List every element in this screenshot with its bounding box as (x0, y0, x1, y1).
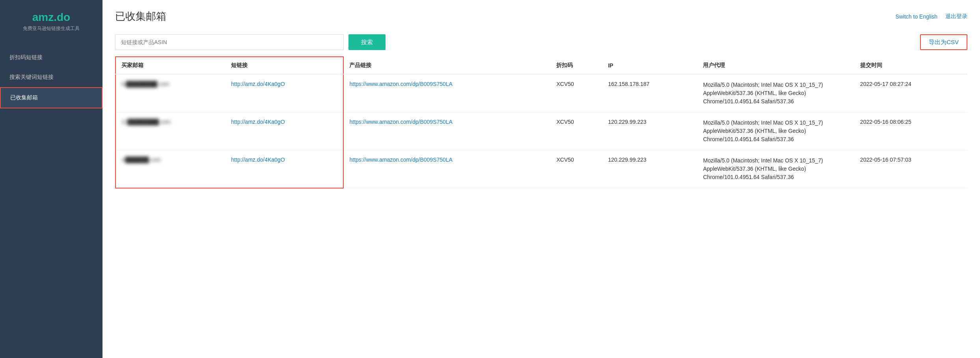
table-row: 12████████.comhttp://amz.do/4Ka0gOhttps:… (116, 112, 967, 150)
header-actions: Switch to English 退出登录 (895, 13, 967, 20)
col-header-product-link: 产品链接 (343, 57, 551, 74)
sidebar-item-collected-email[interactable]: 已收集邮箱 (0, 87, 102, 108)
email-cell: fu████████.com (116, 74, 225, 112)
col-header-discount-code: 折扣码 (551, 57, 602, 74)
col-header-user-agent: 用户代理 (697, 57, 854, 74)
submit-time-cell: 2022-05-16 08:06:25 (855, 112, 967, 150)
short-link-cell[interactable]: http://amz.do/4Ka0gO (225, 74, 343, 112)
col-header-ip: IP (602, 57, 697, 74)
ip-cell: 120.229.99.223 (602, 112, 697, 150)
user-agent-cell: Mozilla/5.0 (Macintosh; Intel Mac OS X 1… (697, 112, 854, 150)
col-header-submit-time: 提交时间 (855, 57, 967, 74)
table-header-row: 买家邮箱 短链接 产品链接 折扣码 IP 用户代理 提交时间 (116, 57, 967, 74)
sidebar: amz.do 免费亚马逊短链接生成工具 折扣码短链接 搜索关键词短链接 已收集邮… (0, 0, 102, 358)
logout-button[interactable]: 退出登录 (945, 13, 967, 20)
logo-title: amz.do (8, 11, 95, 24)
main-content: 已收集邮箱 Switch to English 退出登录 搜索 导出为CSV 买… (102, 0, 980, 358)
product-link-cell[interactable]: https://www.amazon.com/dp/B009S750LA (343, 150, 551, 188)
short-link-cell[interactable]: http://amz.do/4Ka0gO (225, 112, 343, 150)
search-button[interactable]: 搜索 (348, 34, 386, 50)
user-agent-cell: Mozilla/5.0 (Macintosh; Intel Mac OS X 1… (697, 150, 854, 188)
sidebar-logo: amz.do 免费亚马逊短链接生成工具 (0, 0, 102, 36)
product-link-cell[interactable]: https://www.amazon.com/dp/B009S750LA (343, 112, 551, 150)
submit-time-cell: 2022-05-17 08:27:24 (855, 74, 967, 112)
submit-time-cell: 2022-05-16 07:57:03 (855, 150, 967, 188)
ip-cell: 120.229.99.223 (602, 150, 697, 188)
sidebar-item-search-keyword[interactable]: 搜索关键词短链接 (0, 67, 102, 87)
page-title: 已收集邮箱 (115, 9, 166, 23)
email-cell: 12████████.com (116, 112, 225, 150)
table-container: 买家邮箱 短链接 产品链接 折扣码 IP 用户代理 提交时间 fu███████… (102, 56, 980, 201)
switch-language-link[interactable]: Switch to English (895, 13, 937, 20)
ip-cell: 162.158.178.187 (602, 74, 697, 112)
table-body: fu████████.comhttp://amz.do/4Ka0gOhttps:… (116, 74, 967, 188)
sidebar-item-discount[interactable]: 折扣码短链接 (0, 48, 102, 67)
product-link-cell[interactable]: https://www.amazon.com/dp/B009S750LA (343, 74, 551, 112)
email-table: 买家邮箱 短链接 产品链接 折扣码 IP 用户代理 提交时间 fu███████… (115, 56, 967, 188)
discount-code-cell: XCV50 (551, 74, 602, 112)
search-input[interactable] (115, 34, 344, 50)
short-link-cell[interactable]: http://amz.do/4Ka0gO (225, 150, 343, 188)
sidebar-nav: 折扣码短链接 搜索关键词短链接 已收集邮箱 (0, 48, 102, 108)
discount-code-cell: XCV50 (551, 112, 602, 150)
search-bar: 搜索 导出为CSV (102, 30, 980, 56)
table-row: fu████████.comhttp://amz.do/4Ka0gOhttps:… (116, 74, 967, 112)
export-csv-button[interactable]: 导出为CSV (920, 34, 967, 50)
page-header: 已收集邮箱 Switch to English 退出登录 (102, 0, 980, 30)
table-row: vi██████.comhttp://amz.do/4Ka0gOhttps://… (116, 150, 967, 188)
email-cell: vi██████.com (116, 150, 225, 188)
user-agent-cell: Mozilla/5.0 (Macintosh; Intel Mac OS X 1… (697, 74, 854, 112)
discount-code-cell: XCV50 (551, 150, 602, 188)
col-header-short-link: 短链接 (225, 57, 343, 74)
col-header-email: 买家邮箱 (116, 57, 225, 74)
logo-subtitle: 免费亚马逊短链接生成工具 (8, 25, 95, 32)
